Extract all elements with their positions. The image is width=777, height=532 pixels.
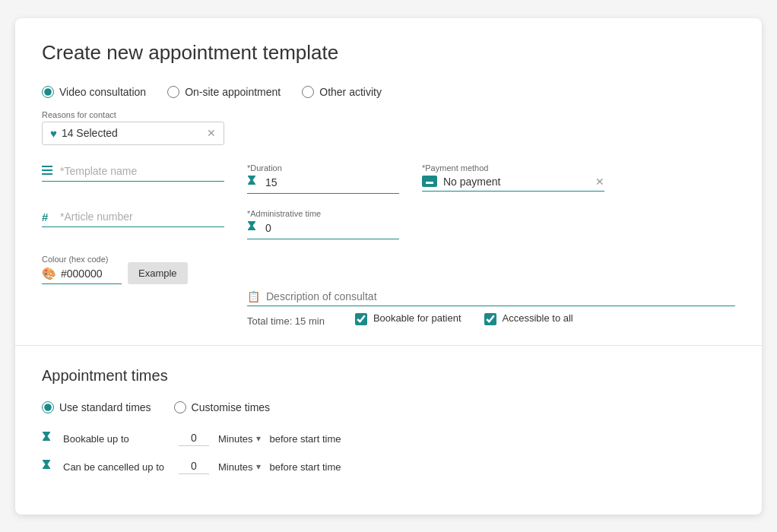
bookable-up-to-unit[interactable]: Minutes ▾ xyxy=(218,433,261,445)
admin-time-label: *Administrative time xyxy=(247,209,399,218)
template-name-input[interactable] xyxy=(60,165,224,177)
svg-rect-0 xyxy=(42,166,52,167)
reasons-label: Reasons for contact xyxy=(42,110,735,119)
bottom-row: Total time: 15 min Bookable for patient … xyxy=(42,312,735,327)
bookable-before-text: before start time xyxy=(270,433,341,445)
cancelled-chevron-icon: ▾ xyxy=(256,461,261,472)
duration-field: *Duration xyxy=(247,163,399,194)
description-icon: 📋 xyxy=(247,290,260,302)
bookable-hourglass-icon xyxy=(42,432,54,446)
appointment-times-title: Appointment times xyxy=(42,367,735,385)
cancelled-unit[interactable]: Minutes ▾ xyxy=(218,461,261,473)
article-number-field: # xyxy=(42,209,224,227)
description-field: 📋 xyxy=(247,290,735,306)
colour-row: Colour (hex code) 🎨 Example xyxy=(42,255,224,284)
article-number-input[interactable] xyxy=(60,211,224,223)
list-svg-icon xyxy=(42,165,52,176)
bookable-for-patient-group: Bookable for patient xyxy=(355,312,461,325)
accessible-to-all-label: Accessible to all xyxy=(503,312,573,325)
reasons-selected-box[interactable]: ♥ 14 Selected ✕ xyxy=(42,122,224,145)
bookable-for-patient-label: Bookable for patient xyxy=(373,312,461,325)
accessible-to-all-checkbox[interactable] xyxy=(484,313,496,325)
radio-onsite-appointment[interactable]: On-site appointment xyxy=(167,86,281,98)
payment-method-label: *Payment method xyxy=(422,163,604,173)
payment-clear-icon[interactable]: ✕ xyxy=(595,176,604,188)
reasons-section: Reasons for contact ♥ 14 Selected ✕ xyxy=(42,110,735,145)
reasons-selected-value: 14 Selected xyxy=(62,127,202,139)
duration-icon xyxy=(247,176,259,190)
bookable-up-to-label: Bookable up to xyxy=(63,433,170,445)
svg-rect-1 xyxy=(42,169,52,171)
template-name-icon xyxy=(42,165,54,178)
hourglass-admin-icon xyxy=(247,221,256,233)
payment-method-box[interactable]: ▬ No payment ✕ xyxy=(422,176,604,192)
duration-label: *Duration xyxy=(247,163,399,173)
bookable-up-to-input[interactable] xyxy=(179,432,209,446)
cancelled-before-text: before start time xyxy=(270,461,341,473)
appointment-times-radio-group: Use standard times Customise times xyxy=(42,401,735,413)
colour-label: Colour (hex code) xyxy=(42,255,122,264)
radio-customise-times[interactable]: Customise times xyxy=(174,401,270,413)
admin-time-icon xyxy=(247,221,259,236)
accessible-to-all-group: Accessible to all xyxy=(484,312,573,325)
duration-input[interactable] xyxy=(265,176,399,188)
admin-time-field: *Administrative time xyxy=(247,209,399,239)
divider xyxy=(15,345,762,346)
heart-icon: ♥ xyxy=(50,127,57,140)
bookable-for-patient-checkbox[interactable] xyxy=(355,313,367,325)
bookable-chevron-icon: ▾ xyxy=(256,433,261,444)
template-name-field xyxy=(42,163,224,182)
can-be-cancelled-label: Can be cancelled up to xyxy=(63,461,170,473)
colour-field: Colour (hex code) 🎨 xyxy=(42,255,122,284)
can-be-cancelled-input[interactable] xyxy=(179,460,209,474)
palette-icon: 🎨 xyxy=(42,267,56,280)
article-number-icon: # xyxy=(42,211,54,223)
bookable-up-to-row: Bookable up to Minutes ▾ before start ti… xyxy=(42,432,735,446)
cancelled-hourglass-icon xyxy=(42,460,54,474)
reasons-clear-icon[interactable]: ✕ xyxy=(207,127,216,139)
hourglass-duration-icon xyxy=(247,176,256,188)
appointment-type-group: Video consultation On-site appointment O… xyxy=(42,86,735,98)
description-input[interactable] xyxy=(266,290,735,302)
svg-rect-2 xyxy=(42,173,52,175)
admin-time-input[interactable] xyxy=(265,222,399,234)
radio-video-consultation[interactable]: Video consultation xyxy=(42,86,146,98)
payment-card-icon: ▬ xyxy=(422,176,437,187)
main-card: Create new appointment template Video co… xyxy=(15,18,762,515)
radio-standard-times[interactable]: Use standard times xyxy=(42,401,151,413)
payment-method-value: No payment xyxy=(443,176,589,188)
can-be-cancelled-row: Can be cancelled up to Minutes ▾ before … xyxy=(42,460,735,474)
payment-method-field: *Payment method ▬ No payment ✕ xyxy=(422,163,604,192)
total-time-label: Total time: 15 min xyxy=(247,315,325,327)
page-title: Create new appointment template xyxy=(42,41,735,65)
radio-other-activity[interactable]: Other activity xyxy=(302,86,382,98)
colour-input-wrap: 🎨 xyxy=(42,267,122,284)
colour-input[interactable] xyxy=(61,268,122,280)
example-button[interactable]: Example xyxy=(128,262,188,284)
